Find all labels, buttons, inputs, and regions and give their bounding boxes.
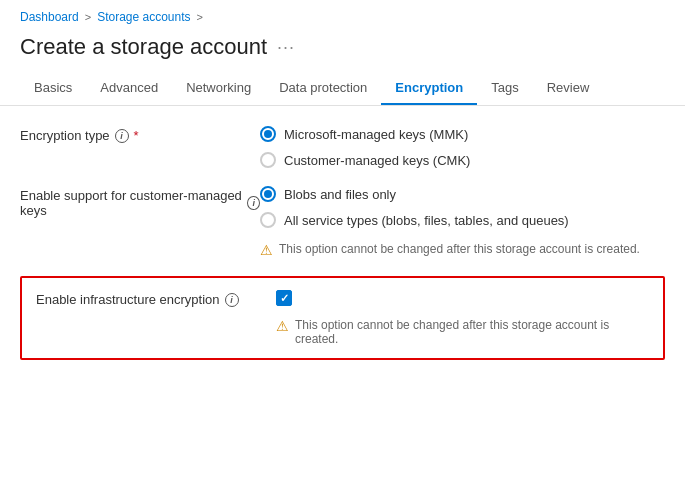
encryption-type-label: Encryption type i * <box>20 126 260 143</box>
radio-mmk[interactable]: Microsoft-managed keys (MMK) <box>260 126 470 142</box>
radio-cmk-label: Customer-managed keys (CMK) <box>284 153 470 168</box>
infra-controls: ⚠ This option cannot be changed after th… <box>276 290 649 346</box>
encryption-type-text: Encryption type <box>20 128 110 143</box>
tab-data-protection[interactable]: Data protection <box>265 72 381 105</box>
tab-basics[interactable]: Basics <box>20 72 86 105</box>
breadcrumb-dashboard[interactable]: Dashboard <box>20 10 79 24</box>
customer-managed-info-icon[interactable]: i <box>247 196 260 210</box>
tab-tags[interactable]: Tags <box>477 72 532 105</box>
encryption-type-row: Encryption type i * Microsoft-managed ke… <box>20 126 665 168</box>
tab-networking[interactable]: Networking <box>172 72 265 105</box>
customer-managed-row: Enable support for customer-managed keys… <box>20 186 665 258</box>
infra-label-text: Enable infrastructure encryption <box>36 292 220 307</box>
radio-blobs-files-circle <box>260 186 276 202</box>
infra-label: Enable infrastructure encryption i <box>36 290 276 307</box>
customer-managed-text: Enable support for customer-managed keys <box>20 188 242 218</box>
radio-cmk[interactable]: Customer-managed keys (CMK) <box>260 152 470 168</box>
tabs-bar: Basics Advanced Networking Data protecti… <box>0 72 685 106</box>
tab-review[interactable]: Review <box>533 72 604 105</box>
encryption-type-info-icon[interactable]: i <box>115 129 129 143</box>
tab-advanced[interactable]: Advanced <box>86 72 172 105</box>
content-area: Encryption type i * Microsoft-managed ke… <box>0 106 685 380</box>
radio-blobs-files-label: Blobs and files only <box>284 187 396 202</box>
radio-cmk-circle <box>260 152 276 168</box>
radio-all-services[interactable]: All service types (blobs, files, tables,… <box>260 212 640 228</box>
radio-blobs-files[interactable]: Blobs and files only <box>260 186 640 202</box>
tab-encryption[interactable]: Encryption <box>381 72 477 105</box>
page-title-dots[interactable]: ··· <box>277 37 295 58</box>
breadcrumb-storage-accounts[interactable]: Storage accounts <box>97 10 190 24</box>
encryption-type-controls: Microsoft-managed keys (MMK) Customer-ma… <box>260 126 470 168</box>
warning-icon-cmk: ⚠ <box>260 242 273 258</box>
infra-warning: ⚠ This option cannot be changed after th… <box>276 318 649 346</box>
warning-text-infra: This option cannot be changed after this… <box>295 318 649 346</box>
page-title: Create a storage account <box>20 34 267 60</box>
page-header: Create a storage account ··· <box>0 30 685 72</box>
radio-mmk-circle <box>260 126 276 142</box>
infrastructure-encryption-row: Enable infrastructure encryption i ⚠ Thi… <box>20 276 665 360</box>
breadcrumb-sep-1: > <box>85 11 91 23</box>
warning-text-cmk: This option cannot be changed after this… <box>279 242 640 256</box>
encryption-type-required: * <box>134 128 139 143</box>
radio-mmk-label: Microsoft-managed keys (MMK) <box>284 127 468 142</box>
customer-managed-warning: ⚠ This option cannot be changed after th… <box>260 242 640 258</box>
infra-info-icon[interactable]: i <box>225 293 239 307</box>
radio-all-services-circle <box>260 212 276 228</box>
radio-all-services-label: All service types (blobs, files, tables,… <box>284 213 569 228</box>
customer-managed-controls: Blobs and files only All service types (… <box>260 186 640 258</box>
breadcrumb-sep-2: > <box>197 11 203 23</box>
customer-managed-label: Enable support for customer-managed keys… <box>20 186 260 218</box>
infra-checkbox[interactable] <box>276 290 292 306</box>
breadcrumb: Dashboard > Storage accounts > <box>0 0 685 30</box>
warning-icon-infra: ⚠ <box>276 318 289 334</box>
